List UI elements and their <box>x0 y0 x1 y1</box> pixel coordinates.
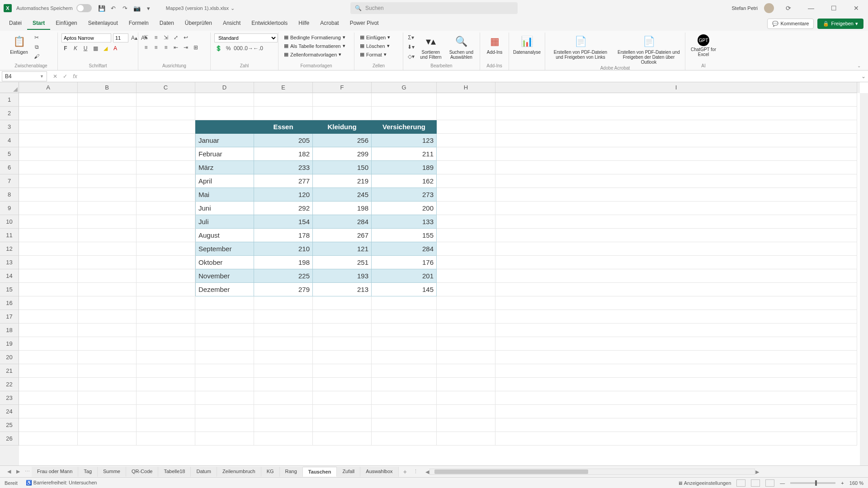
cell-C25[interactable] <box>137 418 195 432</box>
cell-D8[interactable]: Mai <box>195 188 254 202</box>
cell-C19[interactable] <box>137 337 195 351</box>
cell-F21[interactable] <box>313 364 372 378</box>
tab-datei[interactable]: Datei <box>4 17 27 30</box>
tab-seitenlayout[interactable]: Seitenlayout <box>83 17 123 30</box>
avatar[interactable] <box>764 3 774 13</box>
cell-B12[interactable] <box>78 242 137 256</box>
cell-H16[interactable] <box>437 296 495 310</box>
cell-G3[interactable]: Versicherung <box>372 120 437 134</box>
cell-H6[interactable] <box>437 161 495 174</box>
cell-H23[interactable] <box>437 391 495 405</box>
fill-color-icon[interactable]: ◢ <box>101 44 109 52</box>
cell-I1[interactable] <box>495 93 857 107</box>
cell-E6[interactable]: 233 <box>254 161 313 174</box>
cell-G11[interactable]: 155 <box>372 229 437 242</box>
cell-F18[interactable] <box>313 324 372 337</box>
cell-I22[interactable] <box>495 378 857 391</box>
cell-I16[interactable] <box>495 296 857 310</box>
cell-D13[interactable]: Oktober <box>195 256 254 269</box>
column-header-I[interactable]: I <box>495 82 857 93</box>
cell-G19[interactable] <box>372 337 437 351</box>
percent-icon[interactable]: % <box>224 44 232 52</box>
column-header-B[interactable]: B <box>78 82 137 93</box>
cell-C16[interactable] <box>137 296 195 310</box>
cell-C2[interactable] <box>137 107 195 120</box>
cell-I21[interactable] <box>495 364 857 378</box>
normal-view-button[interactable] <box>736 479 745 487</box>
cell-F3[interactable]: Kleidung <box>313 120 372 134</box>
cell-D1[interactable] <box>195 93 254 107</box>
cell-B3[interactable] <box>78 120 137 134</box>
column-header-D[interactable]: D <box>195 82 254 93</box>
cell-F7[interactable]: 219 <box>313 174 372 188</box>
cell-E25[interactable] <box>254 418 313 432</box>
cell-D7[interactable]: April <box>195 174 254 188</box>
cell-F5[interactable]: 299 <box>313 147 372 161</box>
cell-D9[interactable]: Juni <box>195 202 254 215</box>
cell-E10[interactable]: 154 <box>254 215 313 229</box>
cell-E23[interactable] <box>254 391 313 405</box>
cell-F22[interactable] <box>313 378 372 391</box>
cell-A23[interactable] <box>19 391 78 405</box>
cell-A7[interactable] <box>19 174 78 188</box>
cell-F16[interactable] <box>313 296 372 310</box>
row-header-1[interactable]: 1 <box>0 93 19 107</box>
cell-H25[interactable] <box>437 418 495 432</box>
border-icon[interactable]: ▦ <box>91 44 99 52</box>
font-color-icon[interactable]: A <box>111 44 119 52</box>
cell-H8[interactable] <box>437 188 495 202</box>
cell-I2[interactable] <box>495 107 857 120</box>
cell-D23[interactable] <box>195 391 254 405</box>
hscroll-left-icon[interactable]: ◀ <box>423 469 432 475</box>
cell-B19[interactable] <box>78 337 137 351</box>
filename[interactable]: Mappe3 (version 1).xlsb.xlsx ⌄ <box>166 5 235 11</box>
cell-styles-button[interactable]: ▦ Zellenformatvorlagen ▾ <box>282 51 343 58</box>
cell-I5[interactable] <box>495 147 857 161</box>
cell-B5[interactable] <box>78 147 137 161</box>
cell-E21[interactable] <box>254 364 313 378</box>
row-header-11[interactable]: 11 <box>0 229 19 242</box>
wrap-text-icon[interactable]: ↩ <box>182 33 190 42</box>
orientation-icon[interactable]: ⤢ <box>172 33 180 42</box>
cell-I11[interactable] <box>495 229 857 242</box>
cell-G15[interactable]: 145 <box>372 283 437 296</box>
cell-B16[interactable] <box>78 296 137 310</box>
row-header-23[interactable]: 23 <box>0 391 19 405</box>
cell-H4[interactable] <box>437 134 495 147</box>
column-header-G[interactable]: G <box>372 82 437 93</box>
cell-G6[interactable]: 189 <box>372 161 437 174</box>
cell-A4[interactable] <box>19 134 78 147</box>
format-as-table-button[interactable]: ▦ Als Tabelle formatieren ▾ <box>282 42 347 50</box>
cell-I4[interactable] <box>495 134 857 147</box>
cell-D22[interactable] <box>195 378 254 391</box>
cell-F9[interactable]: 198 <box>313 202 372 215</box>
fx-icon[interactable]: fx <box>71 73 79 80</box>
enter-formula-icon[interactable]: ✓ <box>61 73 69 80</box>
cell-A20[interactable] <box>19 351 78 364</box>
tab-acrobat[interactable]: Acrobat <box>315 17 344 30</box>
hscroll-thumb[interactable] <box>434 469 588 474</box>
cell-E13[interactable]: 198 <box>254 256 313 269</box>
cell-G7[interactable]: 162 <box>372 174 437 188</box>
row-header-14[interactable]: 14 <box>0 269 19 283</box>
cell-B6[interactable] <box>78 161 137 174</box>
accessibility-status[interactable]: ♿ Barrierefreiheit: Untersuchen <box>26 480 97 486</box>
cell-C23[interactable] <box>137 391 195 405</box>
cell-A17[interactable] <box>19 310 78 324</box>
cell-A6[interactable] <box>19 161 78 174</box>
font-size-input[interactable] <box>113 33 128 42</box>
cell-G25[interactable] <box>372 418 437 432</box>
cell-C3[interactable] <box>137 120 195 134</box>
cell-E26[interactable] <box>254 432 313 446</box>
cell-E4[interactable]: 205 <box>254 134 313 147</box>
row-header-2[interactable]: 2 <box>0 107 19 120</box>
cell-D4[interactable]: Januar <box>195 134 254 147</box>
cell-H26[interactable] <box>437 432 495 446</box>
cell-H22[interactable] <box>437 378 495 391</box>
cell-D12[interactable]: September <box>195 242 254 256</box>
sheet-tab-tauschen[interactable]: Tauschen <box>303 467 337 477</box>
vertical-scrollbar[interactable] <box>860 93 868 465</box>
align-left-icon[interactable]: ≡ <box>142 43 150 52</box>
cell-I25[interactable] <box>495 418 857 432</box>
cell-F6[interactable]: 150 <box>313 161 372 174</box>
